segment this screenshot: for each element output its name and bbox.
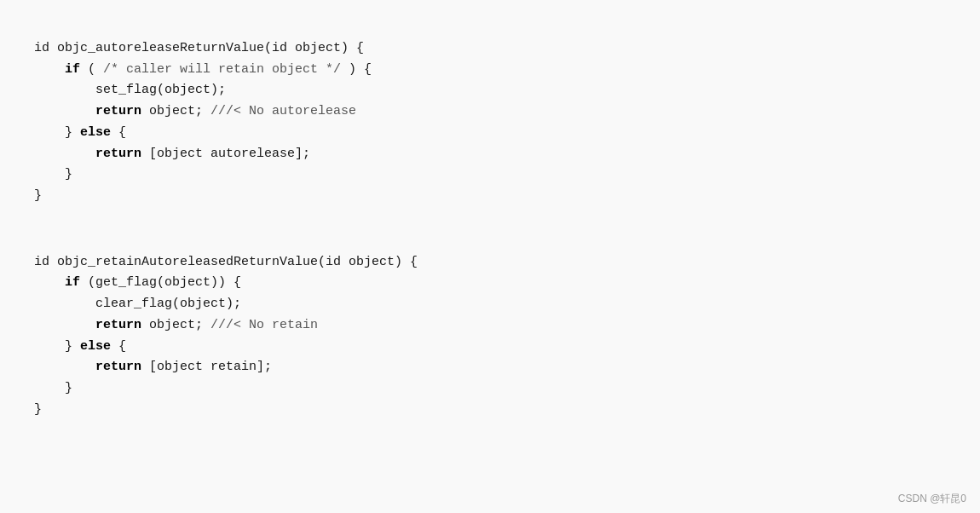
func2-line1: id objc_retainAutoreleasedReturnValue(id… (34, 255, 418, 269)
func2-line4: return object; ///< No retain (34, 318, 318, 332)
func2-line5: } else { (34, 339, 126, 354)
watermark: CSDN @轩昆0 (898, 492, 966, 506)
func1-line5: } else { (34, 125, 126, 140)
func1-line7: } (34, 167, 72, 182)
func2-line7: } (34, 381, 72, 395)
code-container: id objc_autoreleaseReturnValue(id object… (0, 0, 980, 513)
func2-line3: clear_flag(object); (34, 297, 241, 311)
func1-line6: return [object autorelease]; (34, 147, 310, 161)
func2-line8: } (34, 402, 42, 417)
func2-line2: if (get_flag(object)) { (34, 275, 241, 290)
func1-line8: } (34, 188, 42, 203)
func1-line4: return object; ///< No autorelease (34, 104, 356, 118)
func1-line3: set_flag(object); (34, 83, 226, 97)
code-block: id objc_autoreleaseReturnValue(id object… (34, 17, 946, 441)
func1-line2: if ( /* caller will retain object */ ) { (34, 62, 372, 77)
func2-line6: return [object retain]; (34, 360, 272, 374)
func1-line1: id objc_autoreleaseReturnValue(id object… (34, 41, 364, 55)
